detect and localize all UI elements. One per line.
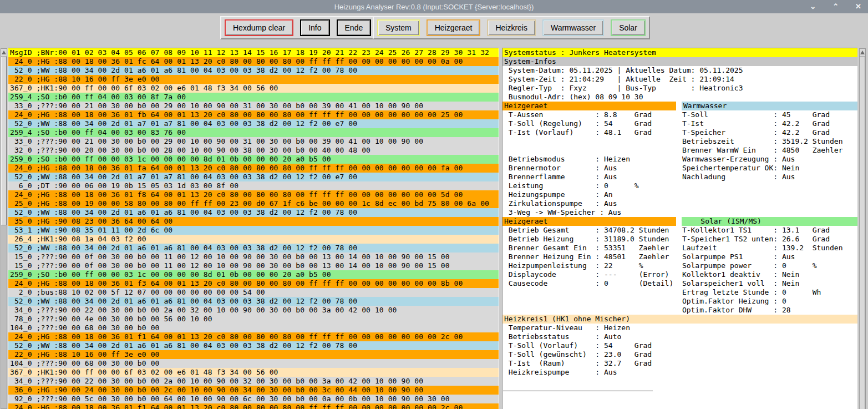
window-controls: ⌄ ⌃ ✕ xyxy=(810,0,861,13)
status-lines: Systemstatus : Junkers HeatersystemSyste… xyxy=(502,48,857,391)
toolbar: Hexdump clear Info Ende System Heizgerae… xyxy=(0,13,868,43)
hexdump-row: 24_0 ;HG :88 00 18 00 36 01 fb 64 00 01 … xyxy=(8,110,499,119)
hexdump-row: 52_0 ;WW :88 00 34 00 2d 01 a6 01 a6 81 … xyxy=(8,341,499,350)
hexdump-row: 35_0 ;HG :90 08 23 00 36 64 00 64 00 xyxy=(8,217,499,226)
status-line: Brenner Gesamt Ein : 53351 Zaehler Laufz… xyxy=(502,244,857,253)
hexdump-row: 34_0 ;???:90 00 22 00 30 00 b0 00 2a 00 … xyxy=(8,377,499,386)
scrollbar-thumb[interactable] xyxy=(1,57,7,225)
hexdump-row: 52_0 ;WW :88 00 34 00 2d 01 a6 01 a6 81 … xyxy=(8,208,499,217)
status-line: Betriebszeit : 3519.2 Stunden xyxy=(502,137,857,146)
status-section-header-row: Heizgeraet Solar (ISM/MS) xyxy=(502,217,857,226)
close-icon[interactable]: ✕ xyxy=(855,0,861,13)
title-bar: Heizungs Analyser Rev:0.8 (Input:SOCKET … xyxy=(0,0,868,13)
status-line: T-Soll (gewünscht) : 23.0 Grad xyxy=(502,350,857,359)
hexdump-row: 6_0 ;DT :90 00 06 00 19 0b 15 05 03 1d 0… xyxy=(8,181,499,190)
status-line: Displaycode : --- (Error) Kollektor1 dea… xyxy=(502,270,857,279)
status-line: Betriebsstatus : Auto xyxy=(502,332,857,341)
hexdump-row: 24_0 ;HG :88 00 18 00 36 01 f8 64 00 01 … xyxy=(8,190,499,199)
status-line: Regler-Typ : Fxyz | Bus-Typ : Heatronic3 xyxy=(502,84,857,93)
hexdump-row: 34_0 ;???:90 00 22 00 30 00 b0 00 2a 00 … xyxy=(8,306,499,315)
hexdump-header-row: MsgID ;BNr:00 01 02 03 04 05 06 07 08 09… xyxy=(8,48,499,57)
status-line: T-Aussen : 8.8 Grad T-Soll : 45 Grad xyxy=(502,110,857,119)
hexdump-row: 36_0 ;HG :90 00 24 00 30 00 b0 00 2c 00 … xyxy=(8,386,499,395)
hexdump-row: 22_0 ;HG :88 10 16 00 ff 3e e0 00 xyxy=(8,350,499,359)
status-line: Brenner WarmW Ein : 4850 Zaehler xyxy=(502,146,857,155)
status-scrollbar[interactable] xyxy=(859,48,866,409)
heizgeraet-button[interactable]: Heizgeraet xyxy=(427,19,481,36)
hexdump-row: 104_0 ;???:90 00 68 00 30 00 b0 00 xyxy=(8,324,499,332)
status-line: Heizpumpenleistung : 22 % Solarpumpe pow… xyxy=(502,261,857,270)
status-line: Brennermotor : Aus Speichertemperatur OK… xyxy=(502,164,857,173)
toolbar-group-views: System Heizgeraet Heizkreis Warmwasser S… xyxy=(373,16,650,39)
hexdump-row: 33_0 ;???:90 00 21 00 30 00 b0 00 29 00 … xyxy=(8,102,499,110)
hexdump-row: 52_0 ;WW :88 00 34 00 2d 01 a6 01 a6 81 … xyxy=(8,66,499,75)
hexdump-rows: 24_0 ;HG :88 00 18 00 36 01 fc 64 00 01 … xyxy=(8,57,499,409)
hexdump-row: 78_0 ;???:90 00 4e 00 30 00 b0 00 56 00 … xyxy=(8,315,499,324)
status-line: T-Soll (Vorlauf) : 54 Grad xyxy=(502,341,857,350)
hexdump-row: 259_0 ;SO :b0 00 ff 00 00 03 1c 00 00 00… xyxy=(8,155,499,164)
hexdump-panel[interactable]: MsgID ;BNr:00 01 02 03 04 05 06 07 08 09… xyxy=(8,48,499,409)
hexdump-clear-button[interactable]: Hexdump clear xyxy=(225,19,293,36)
status-section-header: Heizkreis1 (HK1 ohne Mischer) xyxy=(502,315,857,324)
info-button[interactable]: Info xyxy=(300,19,329,36)
minimize-icon[interactable]: ⌄ xyxy=(810,0,816,13)
status-line: Leistung : 0 % xyxy=(502,181,857,190)
status-line: Ertrag letzte Stunde : 0 Wh xyxy=(502,288,857,297)
hexdump-row: 367_0 ;HK1:90 00 ff 00 00 6f 03 02 00 e6… xyxy=(8,84,499,93)
status-line xyxy=(502,377,857,386)
hexdump-row: 24_0 ;HG :88 00 18 00 36 01 fc 64 00 01 … xyxy=(8,57,499,66)
status-line: Causecode : 0 (Detail) Solarspeicher1 vo… xyxy=(502,279,857,288)
hexdump-row: 52_0 ;WW :88 00 34 00 2d 01 a7 01 a7 81 … xyxy=(8,119,499,128)
hexdump-row: 24_0 ;HG :88 00 18 00 36 01 f1 64 00 01 … xyxy=(8,332,499,341)
status-line: Busmodul-Adr: (hex) 08 09 10 30 xyxy=(502,93,857,102)
window-title: Heizungs Analyser Rev:0.8 (Input:SOCKET … xyxy=(334,3,534,11)
hexdump-row: 22_0 ;HG :88 10 16 00 ff 3e e0 00 xyxy=(8,75,499,84)
status-line: System-Zeit : 21:04:29 | Aktuelle Zeit :… xyxy=(502,75,857,84)
status-line: T-Soll (Regelung) : 54 Grad T-Ist : 42.2… xyxy=(502,119,857,128)
hexdump-row: 2_0 ;bus:88 10 02 00 5f 12 07 00 00 00 0… xyxy=(8,288,499,297)
status-section-header-row: HeizgeraetWarmwasser xyxy=(502,102,857,110)
hexdump-row: 24_0 ;HG :88 00 18 00 36 01 f1 64 00 01 … xyxy=(8,403,499,409)
status-line: Brennerflamme : Aus Nachladung : Aus xyxy=(502,173,857,181)
hexdump-row: 53_1 ;WW :90 08 35 01 11 00 2d 6c 00 xyxy=(8,226,499,235)
hexdump-row: 33_0 ;???:90 00 21 00 30 00 b0 00 29 00 … xyxy=(8,137,499,146)
hexdump-row: 24_0 ;HG :88 00 18 00 36 01 f3 64 00 01 … xyxy=(8,279,499,288)
status-line: Betrieb Heizung : 31189.0 Stunden T-Spei… xyxy=(502,235,857,244)
status-line: Optim.Faktor DHW : 28 xyxy=(502,306,857,315)
status-panel[interactable]: Systemstatus : Junkers HeatersystemSyste… xyxy=(502,48,857,409)
warmwasser-button[interactable]: Warmwasser xyxy=(542,19,604,36)
status-section-header: Heizgeraet xyxy=(502,102,676,110)
status-section-header: Heizgeraet xyxy=(502,217,676,226)
status-section-header: System-Infos xyxy=(502,57,857,66)
hexdump-row: 259_4 ;SO :b0 00 ff 04 00 03 00 8f 7a 00 xyxy=(8,93,499,102)
status-line: 3-Weg -> WW-Speicher : Aus xyxy=(502,208,857,217)
scroll-up-arrow-icon[interactable] xyxy=(860,49,865,57)
system-button[interactable]: System xyxy=(377,19,420,36)
ende-button[interactable]: Ende xyxy=(337,19,372,36)
scroll-up-arrow-icon[interactable] xyxy=(1,49,7,57)
hexdump-row: 15_0 ;???:90 00 0f 00 30 00 b0 00 11 00 … xyxy=(8,261,499,270)
status-line: T-Ist (Raum) : 32.7 Grad xyxy=(502,359,857,368)
hexdump-row: 26_4 ;HK1:90 08 1a 04 03 f2 00 xyxy=(8,235,499,244)
status-section-header: Warmwasser xyxy=(682,102,857,110)
hexdump-row: 104_0 ;???:90 00 68 00 30 00 b0 00 xyxy=(8,359,499,368)
toolbar-group-actions: Hexdump clear Info Ende xyxy=(220,16,375,39)
solar-button[interactable]: Solar xyxy=(611,19,646,36)
maximize-icon[interactable]: ⌃ xyxy=(833,0,839,13)
hexdump-scrollbar[interactable] xyxy=(1,48,7,409)
status-line: T-Ist (Vorlauf) : 48.1 Grad T-Speicher :… xyxy=(502,128,857,137)
hexdump-row: 259_0 ;SO :b0 00 ff 00 00 03 1c 00 00 00… xyxy=(8,270,499,279)
heizkreis-button[interactable]: Heizkreis xyxy=(487,19,536,36)
status-line: Betrieb Gesamt : 34708.2 Stunden T-Kolle… xyxy=(502,226,857,235)
hexdump-row: 15_0 ;???:90 00 0f 00 30 00 b0 00 11 00 … xyxy=(8,253,499,261)
status-line: System-Datum: 05.11.2025 | Aktuelles Dat… xyxy=(502,66,857,75)
hexdump-row: 52_0 ;WW :88 00 34 00 2d 01 a7 01 a7 81 … xyxy=(8,173,499,181)
scrollbar-thumb[interactable] xyxy=(860,57,865,409)
status-line: Betriebsmodus : Heizen Warmwasser-Erzeug… xyxy=(502,155,857,164)
hexdump-row: 52_0 ;WW :88 00 34 00 2d 01 a6 01 a6 81 … xyxy=(8,244,499,253)
status-line: Temperatur-Niveau : Heizen xyxy=(502,324,857,332)
hexdump-row: 367_0 ;HK1:90 00 ff 00 00 6f 03 02 00 e6… xyxy=(8,368,499,377)
status-line: Heizungspumpe : An xyxy=(502,190,857,199)
status-line: Brenner Heizung Ein : 48501 Zaehler Sola… xyxy=(502,253,857,261)
divider xyxy=(503,386,653,391)
